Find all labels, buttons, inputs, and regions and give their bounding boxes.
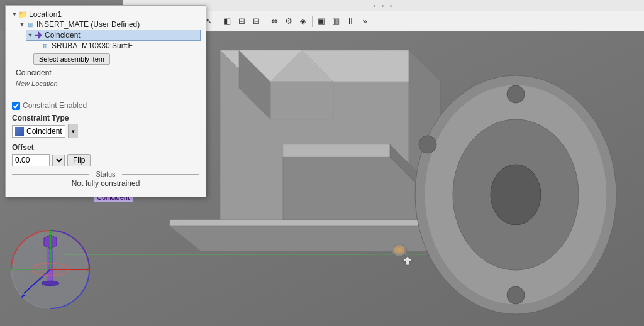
constraint-type-label: Constraint Type xyxy=(12,114,199,122)
svg-point-44 xyxy=(31,263,69,276)
svg-point-15 xyxy=(507,286,525,304)
component-svg xyxy=(5,213,96,313)
part-icon: 🗎 xyxy=(41,41,50,50)
toolbar-pause-btn[interactable]: ⏸ xyxy=(343,14,357,28)
location-icon: 📁 xyxy=(18,10,27,19)
tree-label-part-ref: SRUBA_M10X30:Surf:F xyxy=(52,41,133,50)
toolbar-view2-btn[interactable]: ▥ xyxy=(329,14,343,28)
toolbar-dots: • • • xyxy=(374,2,394,9)
new-location-label: New Location xyxy=(16,80,196,87)
svg-marker-8 xyxy=(283,144,390,157)
svg-point-14 xyxy=(507,85,525,103)
toolbar-sep-2 xyxy=(218,16,218,27)
expand-insert-mate[interactable]: ▼ xyxy=(18,21,26,28)
insert-mate-icon: ⊞ xyxy=(26,20,35,29)
svg-point-25 xyxy=(396,247,402,253)
tree-label-location1: Location1 xyxy=(29,10,62,19)
constraint-type-row: Coincident ▾ xyxy=(12,124,199,138)
status-label: Status xyxy=(92,170,119,178)
svg-point-37 xyxy=(42,281,59,286)
status-line: Status xyxy=(12,170,199,178)
constraint-panel: ▼ 📁 Location1 ▼ ⊞ INSERT_MATE (User Defi… xyxy=(5,5,206,197)
svg-marker-5 xyxy=(170,220,440,226)
toolbar-part-view-btn[interactable]: ◧ xyxy=(220,14,234,28)
select-assembly-item-btn[interactable]: Select assembly item xyxy=(33,53,110,65)
offset-label: Offset xyxy=(12,143,199,152)
coincident-footer-label: Coincident xyxy=(16,68,196,77)
toolbar-sep-4 xyxy=(312,16,313,27)
offset-row: ▼ Flip xyxy=(12,154,199,166)
constraint-settings: Constraint Enabled Constraint Type Coinc… xyxy=(6,97,206,192)
expand-location1[interactable]: ▼ xyxy=(11,11,18,18)
tree-section: ▼ 📁 Location1 ▼ ⊞ INSERT_MATE (User Defi… xyxy=(6,6,206,94)
offset-input[interactable] xyxy=(12,154,50,166)
constraint-type-select[interactable]: Coincident xyxy=(12,125,65,138)
toolbar-appearance-btn[interactable]: ◈ xyxy=(296,14,310,28)
constraint-enabled-row: Constraint Enabled xyxy=(12,101,199,110)
toolbar-settings-btn[interactable]: ⚙ xyxy=(282,14,296,28)
constraint-enabled-checkbox[interactable] xyxy=(12,102,20,110)
status-area: Status Not fully constrained xyxy=(12,170,199,188)
expand-coincident[interactable]: ▼ xyxy=(26,32,34,38)
tree-item-part-ref[interactable]: 🗎 SRUBA_M10X30:Surf:F xyxy=(33,41,201,51)
coincident-icon xyxy=(34,31,43,40)
tree-item-insert-mate[interactable]: ▼ ⊞ INSERT_MATE (User Defined) xyxy=(18,19,201,30)
tree-item-location1[interactable]: ▼ 📁 Location1 xyxy=(11,9,201,19)
svg-marker-18 xyxy=(270,82,333,119)
toolbar-measure-btn[interactable]: ⇔ xyxy=(267,14,281,28)
constraint-type-text: Coincident xyxy=(26,127,62,136)
status-value: Not fully constrained xyxy=(12,179,199,188)
svg-point-13 xyxy=(491,165,541,225)
tree-label-insert-mate: INSERT_MATE (User Defined) xyxy=(36,20,140,29)
toolbar-view1-btn[interactable]: ▣ xyxy=(314,14,328,28)
flip-btn[interactable]: Flip xyxy=(67,154,91,166)
toolbar-more-btn[interactable]: » xyxy=(358,14,372,28)
constraint-type-icon xyxy=(15,127,24,136)
toolbar-section-btn[interactable]: ⊟ xyxy=(249,14,263,28)
constraint-type-dropdown-arrow[interactable]: ▾ xyxy=(68,124,78,138)
offset-unit-select[interactable]: ▼ xyxy=(52,155,65,166)
svg-point-16 xyxy=(419,136,436,153)
tree-label-coincident: Coincident xyxy=(45,31,80,40)
toolbar-assembly-view-btn[interactable]: ⊞ xyxy=(235,14,248,28)
component-view xyxy=(5,213,96,313)
toolbar-sep-3 xyxy=(265,16,265,27)
tree-item-coincident[interactable]: ▼ Coincident xyxy=(26,30,201,41)
constraint-enabled-label: Constraint Enabled xyxy=(23,101,87,110)
